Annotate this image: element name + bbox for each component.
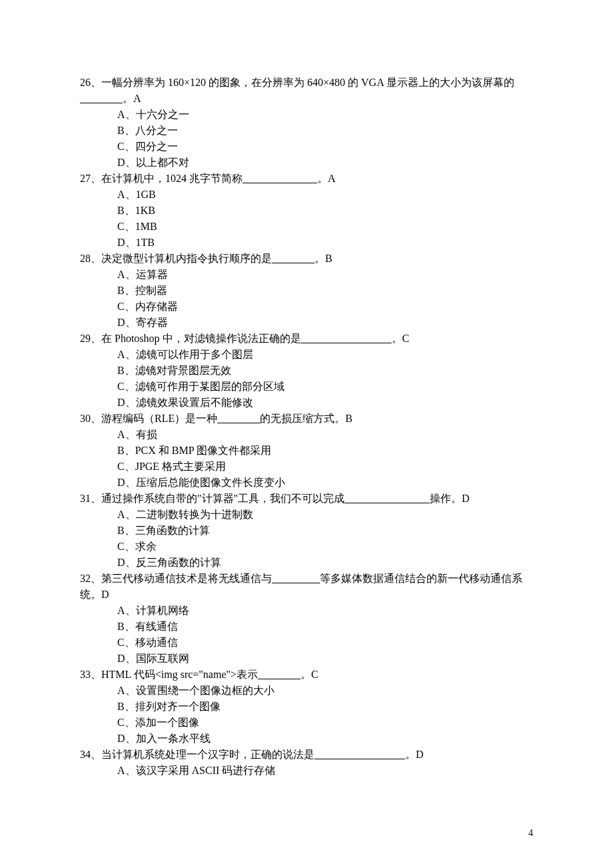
question-31-stem: 31、通过操作系统自带的"计算器"工具，我们不可以完成_____________…	[80, 491, 533, 507]
question-stem-post: 的无损压缩方式。	[260, 413, 345, 424]
blank: ________________	[344, 493, 430, 504]
question-stem-pre: 、一幅分辨率为 160×120 的图象，在分辨率为 640×480 的 VGA …	[91, 77, 514, 88]
question-stem-pre: 、在 Photoshop 中，对滤镜操作说法正确的是	[91, 333, 301, 344]
question-27-option: B、1KB	[80, 203, 533, 219]
question-stem-post: 。	[392, 333, 402, 344]
question-stem-post: 。	[301, 669, 311, 680]
question-stem-pre: 、游程编码（RLE）是一种	[91, 413, 217, 424]
question-number: 31	[80, 493, 91, 504]
blank: ________	[258, 669, 301, 680]
question-29-option: B、滤镜对背景图层无效	[80, 363, 533, 379]
question-number: 34	[80, 749, 91, 760]
answer-key: B	[345, 413, 352, 424]
question-28-option: B、控制器	[80, 283, 533, 299]
question-stem-post: 。	[405, 749, 416, 760]
question-28-option: D、寄存器	[80, 315, 533, 331]
question-number: 29	[80, 333, 91, 344]
question-30-stem: 30、游程编码（RLE）是一种________的无损压缩方式。B	[80, 411, 533, 427]
question-number: 27	[80, 173, 91, 184]
answer-key: A	[328, 173, 336, 184]
question-32-option: A、计算机网络	[80, 603, 533, 619]
question-34-option: A、该汉字采用 ASCII 码进行存储	[80, 763, 533, 779]
answer-key: B	[325, 253, 332, 264]
question-33-option: B、排列对齐一个图像	[80, 699, 533, 715]
question-27-option: D、1TB	[80, 235, 533, 251]
question-29-option: C、滤镜可作用于某图层的部分区域	[80, 379, 533, 395]
question-28-option: A、运算器	[80, 267, 533, 283]
answer-key: D	[101, 589, 109, 600]
blank: _________	[272, 573, 320, 584]
question-stem-pre: 、第三代移动通信技术是将无线通信与	[91, 573, 272, 584]
question-32-option: D、国际互联网	[80, 651, 533, 667]
question-stem-pre: 、在计算机中，1024 兆字节简称	[91, 173, 243, 184]
question-30-option: D、压缩后总能使图像文件长度变小	[80, 475, 533, 491]
answer-key: C	[311, 669, 318, 680]
question-26-option: D、以上都不对	[80, 155, 533, 171]
answer-key: D	[416, 749, 424, 760]
question-stem-pre: 、HTML 代码<img src="name">表示	[91, 669, 258, 680]
question-31-option: A、二进制数转换为十进制数	[80, 507, 533, 523]
question-stem-post: 。	[317, 173, 328, 184]
question-28-stem: 28、决定微型计算机内指令执行顺序的是________。B	[80, 251, 533, 267]
question-stem-post: 。	[314, 253, 325, 264]
answer-key: D	[462, 493, 470, 504]
question-31-option: C、求余	[80, 539, 533, 555]
question-33-option: C、添加一个图像	[80, 715, 533, 731]
question-27-stem: 27、在计算机中，1024 兆字节简称______________。A	[80, 171, 533, 187]
answer-key: A	[133, 93, 141, 104]
question-number: 26	[80, 77, 91, 88]
question-29-stem: 29、在 Photoshop 中，对滤镜操作说法正确的是____________…	[80, 331, 533, 347]
document-page: 26、一幅分辨率为 160×120 的图象，在分辨率为 640×480 的 VG…	[0, 0, 613, 868]
question-list: 26、一幅分辨率为 160×120 的图象，在分辨率为 640×480 的 VG…	[80, 75, 533, 779]
page-number: 4	[528, 826, 533, 840]
question-34-stem: 34、当计算机系统处理一个汉字时，正确的说法是_________________…	[80, 747, 533, 763]
question-stem-post: 操作。	[430, 493, 462, 504]
question-stem-pre: 、当计算机系统处理一个汉字时，正确的说法是	[91, 749, 314, 760]
question-29-option: A、滤镜可以作用于多个图层	[80, 347, 533, 363]
question-33-stem: 33、HTML 代码<img src="name">表示________。C	[80, 667, 533, 683]
blank: ______________	[243, 173, 317, 184]
blank: _________________	[301, 333, 392, 344]
blank: ________	[80, 93, 123, 104]
question-number: 30	[80, 413, 91, 424]
question-26-option: B、八分之一	[80, 123, 533, 139]
question-27-option: C、1MB	[80, 219, 533, 235]
question-number: 33	[80, 669, 91, 680]
question-stem-pre: 、决定微型计算机内指令执行顺序的是	[91, 253, 272, 264]
question-31-option: B、三角函数的计算	[80, 523, 533, 539]
question-32-option: B、有线通信	[80, 619, 533, 635]
question-33-option: A、设置围绕一个图像边框的大小	[80, 683, 533, 699]
blank: ________	[272, 253, 314, 264]
question-stem-post: 。	[123, 93, 133, 104]
question-32-option: C、移动通信	[80, 635, 533, 651]
question-number: 28	[80, 253, 91, 264]
question-33-option: D、加入一条水平线	[80, 731, 533, 747]
question-28-option: C、内存储器	[80, 299, 533, 315]
answer-key: C	[402, 333, 410, 344]
question-31-option: D、反三角函数的计算	[80, 555, 533, 571]
question-30-option: A、有损	[80, 427, 533, 443]
blank: _________________	[314, 749, 405, 760]
question-26-stem: 26、一幅分辨率为 160×120 的图象，在分辨率为 640×480 的 VG…	[80, 75, 533, 107]
question-number: 32	[80, 573, 91, 584]
question-stem-pre: 、通过操作系统自带的"计算器"工具，我们不可以完成	[91, 493, 344, 504]
question-30-option: C、JPGE 格式主要采用	[80, 459, 533, 475]
question-27-option: A、1GB	[80, 187, 533, 203]
blank: ________	[217, 413, 260, 424]
question-32-stem: 32、第三代移动通信技术是将无线通信与_________等多媒体数据通信结合的新…	[80, 571, 533, 603]
question-26-option: A、十六分之一	[80, 107, 533, 123]
question-26-option: C、四分之一	[80, 139, 533, 155]
question-29-option: D、滤镜效果设置后不能修改	[80, 395, 533, 411]
question-30-option: B、PCX 和 BMP 图像文件都采用	[80, 443, 533, 459]
